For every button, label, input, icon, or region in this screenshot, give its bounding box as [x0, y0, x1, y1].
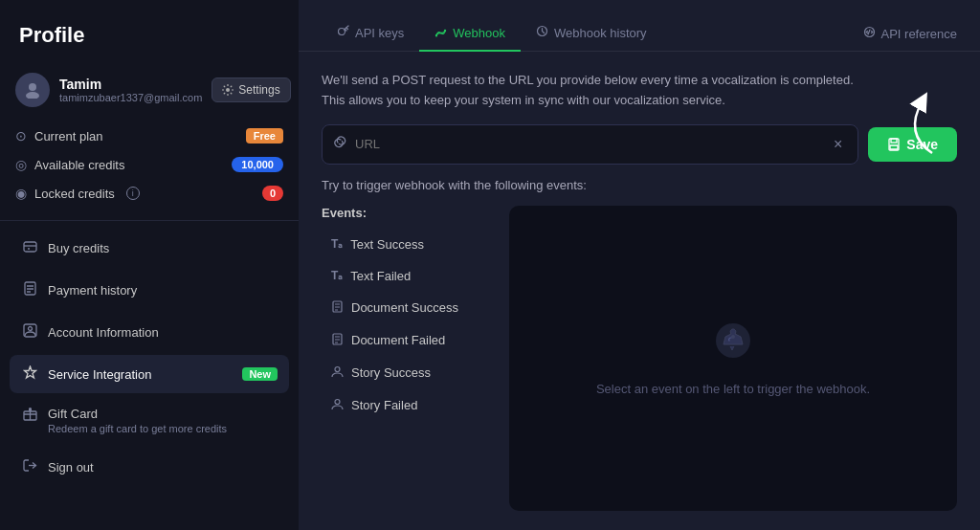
url-input-wrapper: ×: [322, 124, 858, 165]
account-info-label: Account Information: [48, 325, 159, 340]
tab-api-reference[interactable]: API reference: [848, 16, 958, 51]
event-story-success-label: Story Success: [351, 365, 431, 380]
sidebar-item-service-integration[interactable]: Service Integration New: [10, 355, 289, 393]
locked-badge: 0: [262, 186, 283, 201]
event-document-failed[interactable]: Document Failed: [322, 325, 494, 356]
events-title: Events:: [322, 206, 494, 220]
event-text-success[interactable]: Tₐ Text Success: [322, 230, 494, 259]
credits-icon: ◎: [15, 157, 27, 172]
new-badge: New: [242, 367, 278, 381]
api-ref-icon: [863, 26, 876, 41]
tab-webhook-history[interactable]: Webhook history: [521, 15, 662, 52]
account-info-icon: [21, 323, 38, 341]
url-input[interactable]: [355, 137, 830, 151]
trigger-label: Try to trigger webhook with the followin…: [322, 178, 957, 192]
gift-card-title: Gift Card: [48, 407, 227, 421]
avatar: [15, 73, 50, 107]
svg-point-19: [335, 399, 340, 404]
svg-point-6: [28, 327, 32, 331]
plan-badge: Free: [246, 128, 283, 144]
tab-webhook[interactable]: Webhook: [419, 15, 521, 52]
text-failed-icon: Tₐ: [331, 269, 343, 282]
save-label: Save: [906, 137, 938, 152]
story-failed-icon: [331, 398, 344, 413]
user-row: Tamim tamimzubaer1337@gmail.com Settings: [0, 63, 299, 117]
plan-icon: ⊙: [15, 128, 27, 144]
api-keys-icon: [337, 25, 349, 40]
gift-card-subtitle: Redeem a gift card to get more credits: [48, 423, 227, 434]
buy-credits-label: Buy credits: [48, 241, 109, 255]
webhook-content: We'll send a POST request to the URL you…: [299, 52, 980, 530]
stat-current-plan: ⊙ Current plan Free: [15, 124, 283, 147]
sidebar-item-buy-credits[interactable]: Buy credits: [10, 229, 289, 267]
event-story-failed[interactable]: Story Failed: [322, 390, 494, 421]
event-text-failed-label: Text Failed: [350, 269, 411, 283]
svg-point-2: [226, 88, 230, 92]
preview-text: Select an event on the left to trigger t…: [596, 382, 870, 396]
service-integration-label: Service Integration: [48, 367, 151, 382]
save-button[interactable]: Save: [868, 127, 957, 162]
events-panel: Events: Tₐ Text Success Tₐ Text Failed: [322, 206, 494, 511]
profile-title: Profile: [0, 0, 299, 63]
tab-api-keys[interactable]: API keys: [322, 15, 419, 52]
tab-webhook-history-label: Webhook history: [554, 26, 647, 40]
tab-api-keys-label: API keys: [355, 26, 404, 40]
main-content: API keys Webhook Webhook history: [299, 0, 980, 530]
svg-rect-3: [24, 242, 36, 252]
story-success-icon: [331, 365, 344, 381]
gift-card-icon: [21, 407, 38, 424]
document-success-icon: [331, 300, 344, 316]
url-input-row: × Save: [322, 124, 957, 165]
tabs-bar: API keys Webhook Webhook history: [299, 0, 980, 52]
text-success-icon: Tₐ: [331, 237, 343, 251]
sidebar-item-gift-card[interactable]: Gift Card Redeem a gift card to get more…: [10, 397, 289, 444]
svg-point-21: [731, 335, 735, 339]
buy-credits-icon: [21, 239, 38, 256]
event-text-failed[interactable]: Tₐ Text Failed: [322, 261, 494, 291]
webhook-history-icon: [536, 25, 548, 40]
stats-section: ⊙ Current plan Free ◎ Available credits …: [0, 117, 299, 212]
sidebar-nav: Buy credits Payment history Account Info…: [0, 229, 299, 530]
stat-available-credits: ◎ Available credits 10,000: [15, 153, 283, 176]
webhook-icon: [434, 25, 447, 40]
webhook-description: We'll send a POST request to the URL you…: [322, 71, 877, 111]
event-document-success[interactable]: Document Success: [322, 293, 494, 323]
document-failed-icon: [331, 333, 344, 348]
sidebar: Profile Tamim tamimzubaer1337@gmail.com …: [0, 0, 299, 530]
api-reference-label: API reference: [881, 27, 958, 41]
event-document-failed-label: Document Failed: [351, 333, 445, 347]
sidebar-item-account-information[interactable]: Account Information: [10, 313, 289, 351]
url-icon: [334, 136, 347, 152]
locked-icon: ◉: [15, 186, 27, 201]
svg-point-10: [444, 30, 446, 32]
divider-1: [0, 220, 299, 221]
user-email: tamimzubaer1337@gmail.com: [59, 92, 202, 103]
event-text-success-label: Text Success: [350, 237, 424, 252]
locked-info-icon[interactable]: i: [126, 187, 140, 200]
payment-history-label: Payment history: [48, 283, 137, 298]
preview-panel: Select an event on the left to trigger t…: [509, 206, 957, 511]
credits-badge: 10,000: [232, 157, 283, 172]
payment-history-icon: [21, 281, 38, 298]
url-clear-button[interactable]: ×: [830, 134, 846, 155]
sidebar-item-sign-out[interactable]: Sign out: [10, 448, 289, 486]
settings-button[interactable]: Settings: [212, 77, 290, 102]
stat-locked-credits: ◉ Locked credits i 0: [15, 182, 283, 205]
sign-out-icon: [21, 458, 38, 475]
svg-point-0: [29, 83, 36, 91]
sign-out-label: Sign out: [48, 460, 94, 475]
sidebar-item-payment-history[interactable]: Payment history: [10, 271, 289, 309]
service-integration-icon: [21, 365, 38, 383]
svg-rect-14: [891, 139, 897, 143]
events-section: Events: Tₐ Text Success Tₐ Text Failed: [322, 206, 957, 511]
svg-point-18: [335, 366, 340, 371]
svg-rect-15: [890, 145, 898, 149]
event-document-success-label: Document Success: [351, 300, 458, 315]
user-name: Tamim: [59, 77, 202, 92]
tab-webhook-label: Webhook: [453, 26, 505, 40]
event-story-success[interactable]: Story Success: [322, 358, 494, 388]
svg-point-1: [26, 92, 39, 99]
event-story-failed-label: Story Failed: [351, 398, 417, 412]
preview-placeholder-icon: [712, 320, 754, 370]
user-info: Tamim tamimzubaer1337@gmail.com: [59, 77, 202, 103]
